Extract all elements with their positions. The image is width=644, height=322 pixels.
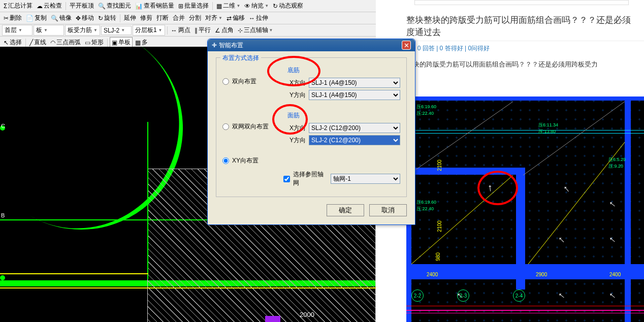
tb-stretch[interactable]: ↔ 拉伸 xyxy=(247,13,270,23)
label-3: 压6:5.29 压:9.20 xyxy=(608,156,626,170)
tb-3pt[interactable]: ⊹ 三点辅轴 ▼ xyxy=(236,25,275,35)
tb-find[interactable]: 🔍 查找图元 xyxy=(96,1,133,11)
tb-dyn[interactable]: ↻ 动态观察 xyxy=(271,1,305,11)
y-label-1: Y方向 xyxy=(287,91,306,100)
tb-mirror[interactable]: 🔍 镜像 xyxy=(49,13,73,23)
dd-code[interactable]: SLJ-2▼ xyxy=(101,26,132,35)
tb-2d[interactable]: ▦ 二维 ▼ xyxy=(215,1,242,11)
tb-view[interactable]: 👁 纳览 ▼ xyxy=(243,1,270,11)
axis-22: 2-2 xyxy=(411,289,424,302)
section-bottom: 底筋 xyxy=(287,66,400,75)
tb-single[interactable]: ▣ 单板 xyxy=(110,37,133,48)
tb-move[interactable]: ✥ 移动 xyxy=(74,13,95,23)
tb-line[interactable]: ╱ 直线 xyxy=(28,38,48,47)
toolbar-2: ✂ 删除 📄 复制 🔍 镜像 ✥ 移动 ↻ 旋转 延伸 修剪 打断 合并 分割 … xyxy=(0,12,376,24)
toolbar-1: Σ 汇总计算 ☁ 云检查 平开板顶 🔍 查找图元 📊 查看钢筋量 ⊞ 批量选择 … xyxy=(0,0,376,12)
tb-delete[interactable]: ✂ 删除 xyxy=(2,13,23,23)
x-label-1: X方向 xyxy=(287,79,306,87)
purple-block xyxy=(265,316,280,322)
dd-sub[interactable]: 板受力筋▼ xyxy=(65,25,100,36)
dialog-titlebar[interactable]: ✚ 智能布置 ✕ xyxy=(208,39,415,51)
tb-cloud[interactable]: ☁ 云检查 xyxy=(35,1,63,11)
meta-ans[interactable]: 0 回答 xyxy=(417,45,435,52)
section-top: 面筋 xyxy=(287,111,400,120)
tb-break[interactable]: 打断 xyxy=(155,13,170,23)
radio-doublenet-label: 双网双向布置 xyxy=(232,122,269,131)
tb-trim[interactable]: 修剪 xyxy=(139,13,154,23)
group-title: 布置方式选择 xyxy=(220,54,261,62)
tb-rebar[interactable]: 📊 查看钢筋量 xyxy=(134,1,176,11)
toolbar-3: 首层▼ 板▼ 板受力筋▼ SLJ-2▼ 分层板1▼ ↔ 两点 ∥ 平行 ∠ 点角… xyxy=(0,24,376,37)
question-meta: 次 | 0 回答 | 0 答得好 | 0问得好 xyxy=(376,41,644,56)
tb-ptang[interactable]: ∠ 点角 xyxy=(213,25,235,35)
select-bottom-x[interactable]: SLJ-1 (A4@150) xyxy=(309,78,400,88)
tb-rect[interactable]: ▭ 矩形 xyxy=(83,38,105,47)
tb-extend[interactable]: 延伸 xyxy=(122,13,138,23)
tb-flat[interactable]: 平开板顶 xyxy=(68,1,95,11)
axis-23: 2-3 xyxy=(457,289,469,302)
select-top-y[interactable]: SLJ-2 (C12@200) xyxy=(309,135,400,145)
tb-copy[interactable]: 📄 复制 xyxy=(24,13,48,23)
tb-batch[interactable]: ⊞ 批量选择 xyxy=(177,1,210,11)
dim-2100a: 2100 xyxy=(437,159,442,171)
right-panel: 整块整块的跨版受力筋可以用面筋组合画吗？？？还是必须度通过去 次 | 0 回答 … xyxy=(376,0,644,322)
meta-ask[interactable]: 0问得好 xyxy=(468,45,490,52)
tb-align[interactable]: 对齐 ▼ xyxy=(204,13,224,23)
cancel-button[interactable]: 取消 xyxy=(369,204,407,216)
label-4: 压6:19.60 压:22.40 xyxy=(416,199,436,212)
dim-980: 980 xyxy=(435,252,441,261)
close-icon[interactable]: ✕ xyxy=(402,41,411,50)
x-label-2: X方向 xyxy=(287,124,306,133)
tb-multi[interactable]: ▦ 多 xyxy=(134,38,149,47)
tb-arc[interactable]: ◠ 三点画弧 xyxy=(49,38,82,47)
tb-merge[interactable]: 合并 xyxy=(171,13,186,23)
dim-2400: 2400 xyxy=(427,272,438,277)
select-bottom-y[interactable]: SLJ-1 (A4@150) xyxy=(309,90,400,100)
ok-button[interactable]: 确定 xyxy=(327,204,364,216)
dd-layer[interactable]: 分层板1▼ xyxy=(133,25,165,36)
dialog-smart-layout: ✚ 智能布置 ✕ 布置方式选择 双向布置 底筋 X方向 SLJ-1 (A4@15… xyxy=(207,39,415,225)
checkbox-refaxis[interactable] xyxy=(283,176,290,182)
arrow-1: ↑ xyxy=(487,182,493,194)
tb-rotate[interactable]: ↻ 旋转 xyxy=(96,13,118,23)
dd-cat[interactable]: 板▼ xyxy=(34,25,64,36)
select-top-x[interactable]: SLJ-2 (C12@200) xyxy=(309,123,400,133)
layout-groupbox: 布置方式选择 双向布置 底筋 X方向 SLJ-1 (A4@150) Y方向 xyxy=(216,57,407,197)
y-label-2: Y方向 xyxy=(287,136,306,145)
point-c: C xyxy=(1,123,5,129)
label-2: 压6:11.34 压:13.80 xyxy=(538,122,558,135)
question-title: 整块整块的跨版受力筋可以用面筋组合画吗？？？还是必须度通过去 xyxy=(406,14,634,39)
svg-line-5 xyxy=(411,175,513,264)
tb-select[interactable]: ↖ 选择 xyxy=(2,38,23,47)
tb-sum[interactable]: Σ 汇总计算 xyxy=(2,1,34,11)
dim-2400b: 2400 xyxy=(609,272,621,277)
radio-double-label: 双向布置 xyxy=(232,77,256,86)
point-b: B xyxy=(1,212,5,218)
label-1: 压6:19.60 压:22.40 xyxy=(416,104,436,117)
dim-2000: 2000 xyxy=(300,311,314,318)
radio-xy[interactable] xyxy=(222,157,229,164)
tb-parallel[interactable]: ∥ 平行 xyxy=(193,25,212,35)
radio-doublenet[interactable] xyxy=(222,123,229,130)
radio-xy-label: XY向布置 xyxy=(232,156,259,165)
right-canvas[interactable]: 2400 2900 2400 2100 2100 980 压6:19.60 压:… xyxy=(406,96,644,322)
select-axis[interactable]: 轴网-1 xyxy=(331,174,400,184)
dd-floor[interactable]: 首层▼ xyxy=(2,25,33,36)
tb-offset[interactable]: ⇄ 偏移 xyxy=(225,13,246,23)
meta-good[interactable]: 0 答得好 xyxy=(440,45,463,52)
tb-2pt[interactable]: ↔ 两点 xyxy=(170,25,192,35)
tb-split[interactable]: 分割 xyxy=(187,13,203,23)
axis-24: 2-4 xyxy=(513,289,525,302)
dim-2100b: 2100 xyxy=(437,220,442,232)
related-question[interactable]: 整块的跨版受力筋可以用面筋组合画吗？？？还是必须用跨板受力 xyxy=(376,56,644,72)
dialog-title-text: 智能布置 xyxy=(219,41,243,50)
radio-double[interactable] xyxy=(222,78,229,85)
dim-2900: 2900 xyxy=(536,272,547,277)
check-label: 选择参照轴网 xyxy=(293,170,328,187)
dialog-icon: ✚ xyxy=(212,42,217,49)
